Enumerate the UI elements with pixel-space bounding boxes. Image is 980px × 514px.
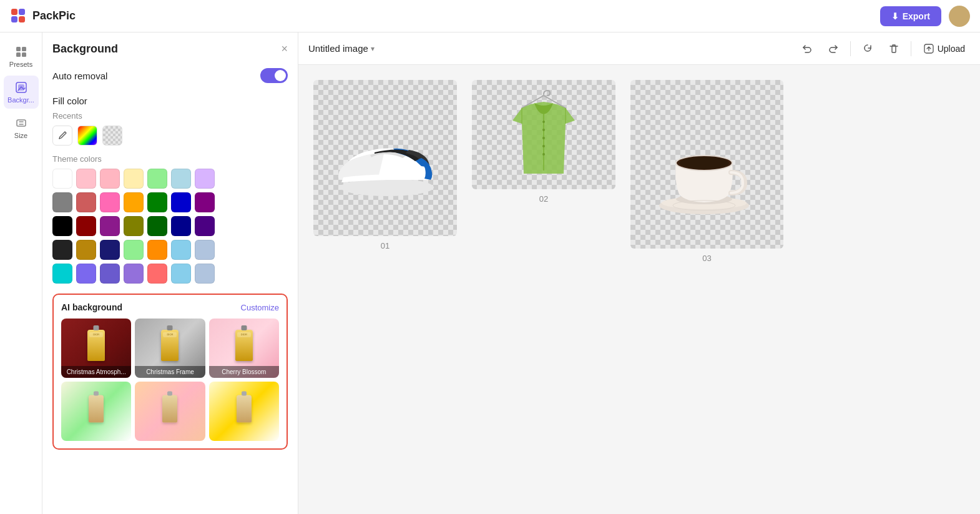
color-cell[interactable] bbox=[100, 169, 120, 189]
upload-icon bbox=[924, 44, 934, 54]
color-cell[interactable] bbox=[76, 169, 96, 189]
size-label: Size bbox=[14, 132, 27, 139]
background-icon bbox=[14, 81, 28, 94]
background-panel: Background × Auto removal Fill color Rec… bbox=[42, 32, 298, 514]
doc-title[interactable]: Untitled image ▾ bbox=[308, 43, 375, 54]
canvas-image-03[interactable] bbox=[630, 80, 783, 249]
color-cell[interactable] bbox=[171, 216, 191, 236]
svg-point-21 bbox=[542, 153, 545, 156]
redo-button[interactable] bbox=[824, 39, 843, 58]
color-cell[interactable] bbox=[52, 264, 72, 284]
recents-label: Recents bbox=[52, 111, 288, 121]
logo-icon bbox=[10, 7, 27, 25]
undo-button[interactable] bbox=[798, 39, 816, 58]
sidebar-item-size[interactable]: Size bbox=[4, 111, 39, 144]
reset-icon bbox=[862, 43, 873, 54]
ai-thumb-label-christmas-frame: Christmas Frame bbox=[135, 366, 205, 378]
sidebar-item-background[interactable]: Backgr... bbox=[4, 76, 39, 109]
svg-rect-6 bbox=[16, 52, 21, 57]
svg-point-19 bbox=[542, 137, 545, 139]
color-cell[interactable] bbox=[52, 169, 72, 189]
color-cell[interactable] bbox=[76, 192, 96, 212]
ai-thumb-floral[interactable] bbox=[61, 382, 131, 441]
fill-color-section: Fill color Recents Theme colors bbox=[52, 96, 288, 284]
canvas-card-label-02: 02 bbox=[539, 194, 548, 204]
canvas-card-label-03: 03 bbox=[702, 254, 711, 263]
color-cell[interactable] bbox=[124, 192, 144, 212]
auto-removal-row: Auto removal bbox=[52, 68, 288, 83]
color-cell[interactable] bbox=[147, 216, 167, 236]
color-cell[interactable] bbox=[124, 169, 144, 189]
canvas-card-01: 01 bbox=[313, 80, 457, 250]
reset-button[interactable] bbox=[858, 39, 877, 58]
color-cell[interactable] bbox=[171, 192, 191, 212]
color-cell[interactable] bbox=[52, 192, 72, 212]
customize-button[interactable]: Customize bbox=[241, 303, 279, 312]
color-cell[interactable] bbox=[147, 192, 167, 212]
transparent-swatch[interactable] bbox=[102, 126, 122, 146]
canvas-inner-02 bbox=[472, 80, 615, 189]
color-grid bbox=[52, 169, 288, 284]
color-cell[interactable] bbox=[195, 240, 215, 260]
color-cell[interactable] bbox=[124, 240, 144, 260]
color-cell[interactable] bbox=[171, 240, 191, 260]
topnav: PackPic ⬇ Export bbox=[0, 0, 980, 32]
color-cell[interactable] bbox=[100, 216, 120, 236]
upload-button[interactable]: Upload bbox=[919, 40, 970, 57]
coffee-svg bbox=[648, 113, 767, 216]
ai-bg-header: AI background Customize bbox=[61, 302, 279, 312]
ai-thumb-yellow[interactable] bbox=[209, 382, 279, 441]
toolbar-divider bbox=[850, 41, 851, 56]
sidebar-item-presets[interactable]: Presets bbox=[4, 40, 39, 73]
delete-button[interactable] bbox=[884, 39, 903, 58]
canvas-image-02[interactable] bbox=[472, 80, 615, 189]
color-cell[interactable] bbox=[195, 264, 215, 284]
user-avatar[interactable] bbox=[949, 6, 970, 27]
color-cell[interactable] bbox=[147, 264, 167, 284]
svg-rect-7 bbox=[22, 52, 26, 57]
theme-colors-label: Theme colors bbox=[52, 154, 288, 164]
color-cell[interactable] bbox=[52, 240, 72, 260]
color-cell[interactable] bbox=[76, 216, 96, 236]
color-cell[interactable] bbox=[171, 169, 191, 189]
svg-rect-2 bbox=[11, 16, 17, 22]
color-cell[interactable] bbox=[100, 264, 120, 284]
canvas-image-01[interactable] bbox=[313, 80, 457, 236]
close-panel-button[interactable]: × bbox=[281, 42, 288, 56]
color-cell[interactable] bbox=[124, 216, 144, 236]
ai-thumb-label-christmas-atm: Christmas Atmosph... bbox=[61, 366, 131, 378]
color-cell[interactable] bbox=[171, 264, 191, 284]
color-cell[interactable] bbox=[52, 216, 72, 236]
eyedropper-button[interactable] bbox=[52, 126, 72, 146]
doc-title-text: Untitled image bbox=[308, 43, 368, 54]
canvas-content: 01 bbox=[298, 65, 980, 514]
ai-thumb-cherry-blossom[interactable]: DIOR Cherry Blossom bbox=[209, 319, 279, 378]
svg-point-13 bbox=[59, 138, 61, 139]
ai-thumb-christmas-atm[interactable]: DIOR Christmas Atmosph... bbox=[61, 319, 131, 378]
color-cell[interactable] bbox=[100, 192, 120, 212]
recents-row bbox=[52, 126, 288, 146]
color-cell[interactable] bbox=[195, 216, 215, 236]
panel-title: Background bbox=[52, 42, 118, 56]
color-cell[interactable] bbox=[147, 240, 167, 260]
color-cell[interactable] bbox=[195, 192, 215, 212]
color-cell[interactable] bbox=[76, 240, 96, 260]
rainbow-swatch[interactable] bbox=[77, 126, 97, 146]
color-cell[interactable] bbox=[124, 264, 144, 284]
doc-title-chevron: ▾ bbox=[371, 44, 375, 53]
shirt-svg bbox=[494, 89, 594, 180]
ai-thumb-peach[interactable] bbox=[135, 382, 205, 441]
sneaker-svg bbox=[328, 117, 443, 199]
color-cell[interactable] bbox=[100, 240, 120, 260]
export-label: Export bbox=[903, 11, 930, 21]
color-cell[interactable] bbox=[76, 264, 96, 284]
panel-header: Background × bbox=[52, 42, 288, 56]
ai-thumb-christmas-frame[interactable]: DIOR Christmas Frame bbox=[135, 319, 205, 378]
auto-removal-toggle[interactable] bbox=[260, 68, 288, 83]
ai-bg-title: AI background bbox=[61, 302, 122, 312]
color-cell[interactable] bbox=[195, 169, 215, 189]
color-cell[interactable] bbox=[147, 169, 167, 189]
presets-label: Presets bbox=[9, 61, 32, 68]
svg-rect-4 bbox=[16, 47, 21, 51]
export-button[interactable]: ⬇ Export bbox=[880, 6, 941, 26]
